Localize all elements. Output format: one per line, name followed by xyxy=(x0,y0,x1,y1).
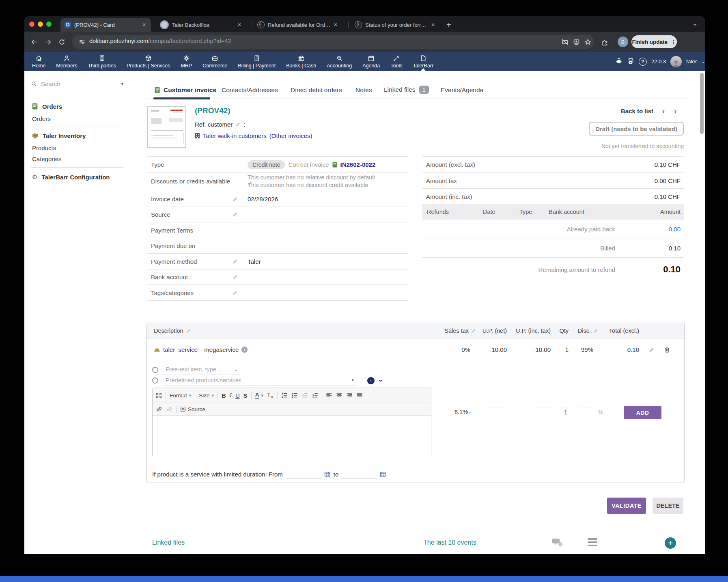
menu-tools[interactable]: Tools xyxy=(385,52,407,71)
menu-third-parties[interactable]: Third parties xyxy=(82,52,121,71)
maximize-icon[interactable] xyxy=(156,392,162,399)
menu-banks-cash[interactable]: Banks | Cash xyxy=(281,52,321,71)
menu-commerce[interactable]: Commerce xyxy=(197,52,233,71)
unlink-icon[interactable] xyxy=(166,406,172,412)
comments-icon[interactable] xyxy=(551,537,563,550)
align-right-icon[interactable] xyxy=(346,392,353,399)
discount-input[interactable] xyxy=(579,407,596,417)
date-to-input[interactable] xyxy=(342,470,377,479)
calendar-icon[interactable] xyxy=(380,471,386,477)
prev-record-icon[interactable]: ‹ xyxy=(662,106,665,116)
calendar-icon[interactable] xyxy=(324,471,330,477)
install-app-icon[interactable] xyxy=(573,39,580,47)
plus-chevron-icon[interactable]: ⌄ xyxy=(378,376,383,383)
tab-search-chevron-icon[interactable]: ⌄ xyxy=(692,19,698,27)
edit-pencil-icon[interactable] xyxy=(233,212,238,217)
finish-update-button[interactable]: Finish update ⋮ xyxy=(631,35,677,48)
editor-content[interactable] xyxy=(153,416,431,458)
edit-pencil-icon[interactable] xyxy=(233,196,238,202)
tab-notes[interactable]: Notes xyxy=(355,86,372,94)
menu-home[interactable]: Home xyxy=(27,52,51,71)
new-tab-button[interactable]: + xyxy=(446,20,451,30)
user-chevron-icon[interactable]: ⌄ xyxy=(701,59,705,64)
bookmark-star-icon[interactable] xyxy=(584,39,591,47)
menu-billing-payment[interactable]: Billing | Payment xyxy=(233,52,281,71)
delete-line-trash-icon[interactable] xyxy=(664,338,670,361)
browser-tab-2[interactable]: Taler Backoffice: ✕ xyxy=(156,18,246,32)
site-settings-icon[interactable] xyxy=(79,39,85,47)
browser-tab-4[interactable]: Status of your order forrefund ✕ xyxy=(351,18,440,32)
edit-pencil-icon[interactable] xyxy=(593,328,598,333)
sidebar-section-inventory[interactable]: Taler Inventory xyxy=(32,131,86,140)
profile-avatar[interactable]: B xyxy=(618,37,628,47)
sidebar-search[interactable]: Search ▾ xyxy=(31,78,123,90)
other-invoices-link[interactable]: (Other invoices) xyxy=(269,132,312,139)
tab-customer-invoice[interactable]: $ Customer invoice xyxy=(155,84,216,96)
justify-icon[interactable] xyxy=(356,392,363,399)
validate-button[interactable]: VALIDATE xyxy=(607,498,646,514)
align-center-icon[interactable] xyxy=(336,392,342,399)
price-net-input[interactable] xyxy=(485,407,507,417)
browser-tab-3[interactable]: Refund available for Order to ✕ xyxy=(253,18,342,32)
price-inc-input[interactable] xyxy=(532,407,554,417)
back-icon[interactable] xyxy=(31,39,38,47)
tab-close-icon[interactable]: ✕ xyxy=(430,22,436,28)
size-select[interactable]: Size▾ xyxy=(199,392,214,399)
sidebar-section-orders[interactable]: Orders xyxy=(32,101,62,111)
tab-contacts[interactable]: Contacts/Addresses xyxy=(222,86,278,94)
customer-link[interactable]: Taler walk-in customers xyxy=(203,132,267,139)
edit-pencil-icon[interactable] xyxy=(233,259,238,264)
tab-close-icon[interactable]: ✕ xyxy=(333,22,338,28)
keyboard-off-icon[interactable] xyxy=(562,39,569,47)
date-from-input[interactable] xyxy=(286,470,321,479)
print-icon[interactable] xyxy=(627,57,634,66)
text-color-icon[interactable]: A▾ xyxy=(255,392,263,399)
edit-pencil-icon[interactable] xyxy=(233,274,238,280)
source-button[interactable]: Source xyxy=(180,406,205,412)
correct-invoice-link[interactable]: IN2602-0022 xyxy=(340,161,376,168)
add-line-button[interactable]: ADD xyxy=(624,406,661,419)
menu-members[interactable]: Members xyxy=(51,52,82,71)
italic-icon[interactable]: I xyxy=(230,392,232,399)
outdent-icon[interactable] xyxy=(302,392,308,399)
add-product-plus-icon[interactable]: + xyxy=(367,377,375,384)
menu-accounting[interactable]: Accounting xyxy=(321,52,357,71)
forward-icon[interactable] xyxy=(45,39,52,47)
indent-icon[interactable] xyxy=(312,392,318,399)
edit-pencil-icon[interactable] xyxy=(186,328,191,333)
add-event-plus-icon[interactable]: + xyxy=(665,537,676,549)
link-icon[interactable] xyxy=(156,406,162,412)
tab-linked-files[interactable]: Linked files 1 xyxy=(384,84,429,95)
sidebar-item-products[interactable]: Products xyxy=(32,144,56,151)
window-close-button[interactable] xyxy=(29,22,34,27)
qty-input[interactable]: 1 xyxy=(559,407,572,417)
reload-icon[interactable] xyxy=(58,39,65,47)
invoice-preview-thumbnail[interactable] xyxy=(147,106,186,148)
last-events-link[interactable]: The last 10 events xyxy=(423,539,476,546)
window-zoom-button[interactable] xyxy=(46,22,52,27)
align-left-icon[interactable] xyxy=(326,392,332,399)
tab-close-icon[interactable]: ✕ xyxy=(141,22,147,28)
bug-report-icon[interactable] xyxy=(615,57,622,66)
menu-agenda[interactable]: Agenda xyxy=(357,52,385,71)
window-minimize-button[interactable] xyxy=(38,22,43,27)
bold-icon[interactable]: B xyxy=(222,392,226,399)
help-icon[interactable]: ? xyxy=(639,58,647,66)
delete-button[interactable]: DELETE xyxy=(653,498,683,514)
user-menu[interactable]: taler xyxy=(686,58,697,65)
sidebar-item-orders[interactable]: Orders xyxy=(32,115,51,122)
underline-icon[interactable]: U xyxy=(235,392,240,399)
search-dropdown-icon[interactable]: ▾ xyxy=(121,81,123,86)
menu-products-services[interactable]: Products | Services xyxy=(121,52,175,71)
format-select[interactable]: Format▾ xyxy=(170,392,191,399)
tab-events[interactable]: Events/Agenda xyxy=(441,86,483,94)
menu-mrp[interactable]: MRP xyxy=(175,52,197,71)
already-paid-value[interactable]: 0.00 xyxy=(669,226,681,233)
info-icon[interactable]: i xyxy=(241,347,248,353)
edit-pencil-icon[interactable] xyxy=(233,290,238,295)
extensions-puzzle-icon[interactable] xyxy=(601,39,608,47)
description-editor[interactable]: Format▾ Size▾ B I U S A▾ T✕ xyxy=(152,388,431,457)
edit-line-pencil-icon[interactable] xyxy=(649,338,655,361)
linked-files-link[interactable]: Linked files xyxy=(152,539,185,546)
browser-menu-dots-icon[interactable]: ⋮ xyxy=(671,39,676,45)
